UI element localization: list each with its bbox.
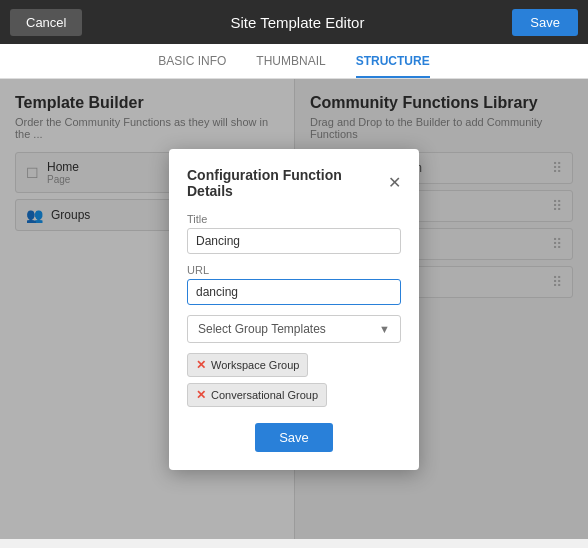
tag-conversational-label: Conversational Group bbox=[211, 389, 318, 401]
tags-container: ✕ Workspace Group ✕ Conversational Group bbox=[187, 353, 401, 407]
tab-basic-info[interactable]: BASIC INFO bbox=[158, 54, 226, 78]
dropdown-label: Select Group Templates bbox=[198, 322, 326, 336]
main-content: Template Builder Order the Community Fun… bbox=[0, 79, 588, 539]
modal-overlay: Configuration Function Details ✕ Title U… bbox=[0, 79, 588, 539]
tag-conversational[interactable]: ✕ Conversational Group bbox=[187, 383, 327, 407]
tag-workspace-remove[interactable]: ✕ bbox=[196, 358, 206, 372]
modal-dialog: Configuration Function Details ✕ Title U… bbox=[169, 149, 419, 470]
title-label: Title bbox=[187, 213, 401, 225]
url-input[interactable] bbox=[187, 279, 401, 305]
modal-title: Configuration Function Details bbox=[187, 167, 388, 199]
modal-close-button[interactable]: ✕ bbox=[388, 175, 401, 191]
save-top-button[interactable]: Save bbox=[512, 9, 578, 36]
tag-conversational-remove[interactable]: ✕ bbox=[196, 388, 206, 402]
tab-structure[interactable]: STRUCTURE bbox=[356, 54, 430, 78]
modal-header: Configuration Function Details ✕ bbox=[187, 167, 401, 199]
top-bar: Cancel Site Template Editor Save bbox=[0, 0, 588, 44]
tabs-bar: BASIC INFO THUMBNAIL STRUCTURE bbox=[0, 44, 588, 79]
tag-workspace[interactable]: ✕ Workspace Group bbox=[187, 353, 308, 377]
group-templates-dropdown[interactable]: Select Group Templates ▼ bbox=[187, 315, 401, 343]
title-input[interactable] bbox=[187, 228, 401, 254]
modal-save-button[interactable]: Save bbox=[255, 423, 333, 452]
chevron-down-icon: ▼ bbox=[379, 323, 390, 335]
url-label: URL bbox=[187, 264, 401, 276]
cancel-button[interactable]: Cancel bbox=[10, 9, 82, 36]
tag-workspace-label: Workspace Group bbox=[211, 359, 299, 371]
url-form-group: URL bbox=[187, 264, 401, 305]
page-title: Site Template Editor bbox=[82, 14, 512, 31]
tab-thumbnail[interactable]: THUMBNAIL bbox=[256, 54, 325, 78]
title-form-group: Title bbox=[187, 213, 401, 254]
